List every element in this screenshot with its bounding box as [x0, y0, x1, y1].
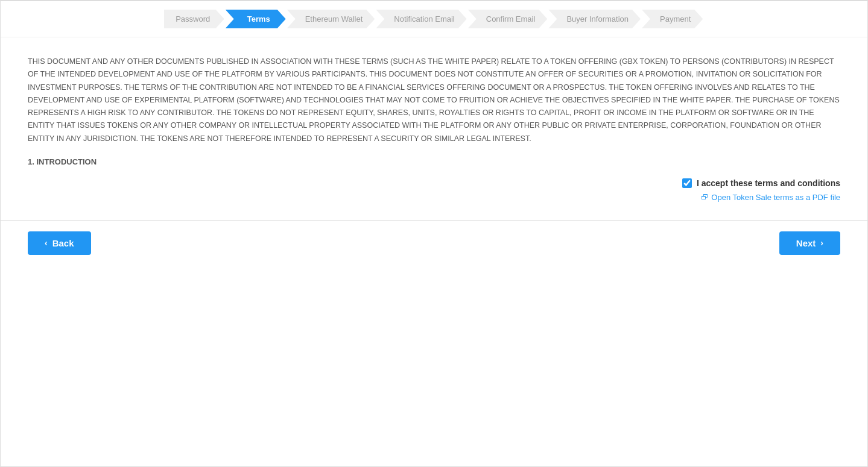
- step-terms[interactable]: Terms: [226, 10, 287, 28]
- next-icon: ›: [820, 238, 823, 248]
- step-label-terms[interactable]: Terms: [226, 10, 286, 28]
- step-label-ethereum-wallet[interactable]: Ethereum Wallet: [287, 10, 375, 28]
- accept-row: I accept these terms and conditions: [28, 178, 840, 188]
- next-button[interactable]: Next ›: [779, 231, 840, 255]
- step-label-confirm-email[interactable]: Confirm Email: [468, 10, 548, 28]
- pdf-link-row: 🗗 Open Token Sale terms as a PDF file: [28, 193, 840, 202]
- step-label-buyer-information[interactable]: Buyer Information: [548, 10, 641, 28]
- back-button[interactable]: ‹ Back: [28, 231, 91, 255]
- step-label-password[interactable]: Password: [164, 10, 224, 28]
- stepper-container: Password Terms Ethereum Wallet Notificat…: [1, 1, 867, 37]
- step-ethereum-wallet[interactable]: Ethereum Wallet: [287, 10, 376, 28]
- external-link-icon: 🗗: [701, 193, 708, 201]
- accept-checkbox[interactable]: [682, 178, 692, 188]
- action-bar: ‹ Back Next ›: [1, 220, 867, 266]
- back-icon: ‹: [45, 238, 48, 248]
- main-content: THIS DOCUMENT AND ANY OTHER DOCUMENTS PU…: [1, 37, 867, 220]
- back-label: Back: [52, 238, 74, 248]
- step-confirm-email[interactable]: Confirm Email: [468, 10, 549, 28]
- step-password[interactable]: Password: [164, 10, 226, 28]
- stepper: Password Terms Ethereum Wallet Notificat…: [164, 10, 705, 28]
- step-notification-email[interactable]: Notification Email: [376, 10, 467, 28]
- pdf-link[interactable]: 🗗 Open Token Sale terms as a PDF file: [701, 193, 840, 202]
- accept-label: I accept these terms and conditions: [697, 178, 840, 188]
- pdf-link-label: Open Token Sale terms as a PDF file: [711, 193, 840, 202]
- next-label: Next: [796, 238, 816, 248]
- terms-text: THIS DOCUMENT AND ANY OTHER DOCUMENTS PU…: [28, 55, 840, 145]
- step-payment[interactable]: Payment: [642, 10, 704, 28]
- page-wrapper: Password Terms Ethereum Wallet Notificat…: [0, 0, 868, 467]
- step-label-payment[interactable]: Payment: [642, 10, 703, 28]
- step-buyer-information[interactable]: Buyer Information: [548, 10, 642, 28]
- step-label-notification-email[interactable]: Notification Email: [376, 10, 466, 28]
- intro-heading: 1. INTRODUCTION: [28, 157, 840, 166]
